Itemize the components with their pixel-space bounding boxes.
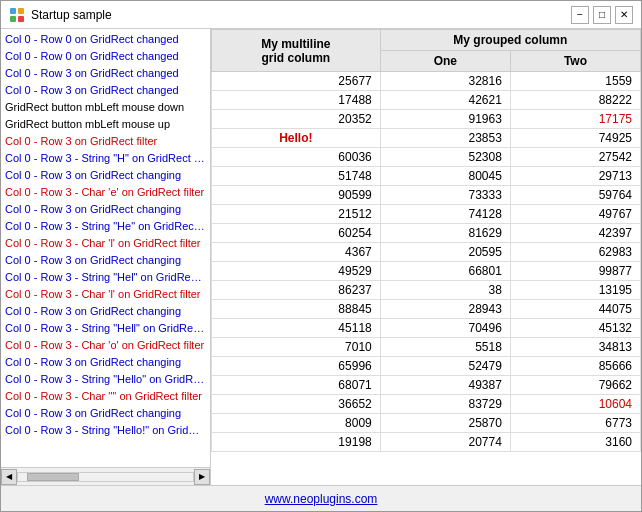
table-row[interactable]: 174884262188222 <box>212 91 641 110</box>
log-item: Col 0 - Row 3 - String "Hello" on GridRe… <box>1 371 210 388</box>
table-row[interactable]: 659965247985666 <box>212 357 641 376</box>
grid-cell: 44075 <box>510 300 640 319</box>
col-header-multiline: My multilinegrid column <box>212 30 381 72</box>
col-header-grouped: My grouped column <box>380 30 640 51</box>
title-bar-controls: − □ ✕ <box>571 6 633 24</box>
grid-cell: 49387 <box>380 376 510 395</box>
log-scroll-right[interactable]: ▶ <box>194 469 210 485</box>
log-item: Col 0 - Row 3 on GridRect changing <box>1 252 210 269</box>
svg-rect-1 <box>18 8 24 14</box>
footer: www.neoplugins.com <box>1 485 641 511</box>
table-row[interactable]: 517488004529713 <box>212 167 641 186</box>
grid-cell: 45132 <box>510 319 640 338</box>
grid-cell: 80045 <box>380 167 510 186</box>
table-row[interactable]: 366528372910604 <box>212 395 641 414</box>
col-header-two: Two <box>510 51 640 72</box>
table-row[interactable]: Hello!2385374925 <box>212 129 641 148</box>
log-hscrollbar: ◀ ▶ <box>1 467 210 485</box>
grid-cell: 29713 <box>510 167 640 186</box>
table-row[interactable]: 451187049645132 <box>212 319 641 338</box>
grid-cell: 45118 <box>212 319 381 338</box>
log-item: Col 0 - Row 3 on GridRect changing <box>1 405 210 422</box>
log-item: GridRect button mbLeft mouse up <box>1 116 210 133</box>
grid-cell: 4367 <box>212 243 381 262</box>
grid-cell: 17488 <box>212 91 381 110</box>
log-scroll-track[interactable] <box>17 472 194 482</box>
grid-panel: My multilinegrid column My grouped colum… <box>211 29 641 485</box>
footer-link[interactable]: www.neoplugins.com <box>265 492 378 506</box>
table-row[interactable]: 25677328161559 <box>212 72 641 91</box>
grid-cell: 81629 <box>380 224 510 243</box>
grid-cell: 23853 <box>380 129 510 148</box>
main-window: Startup sample − □ ✕ Col 0 - Row 0 on Gr… <box>0 0 642 512</box>
log-panel: Col 0 - Row 0 on GridRect changedCol 0 -… <box>1 29 211 485</box>
table-row[interactable]: 8009258706773 <box>212 414 641 433</box>
grid-cell: 65996 <box>212 357 381 376</box>
log-item: Col 0 - Row 3 on GridRect changing <box>1 303 210 320</box>
log-item: Col 0 - Row 3 - String "Hell" on GridRec… <box>1 320 210 337</box>
grid-cell: 52308 <box>380 148 510 167</box>
table-row[interactable]: 215127412849767 <box>212 205 641 224</box>
grid-cell: 5518 <box>380 338 510 357</box>
maximize-button[interactable]: □ <box>593 6 611 24</box>
table-row[interactable]: 600365230827542 <box>212 148 641 167</box>
grid-table-wrapper[interactable]: My multilinegrid column My grouped colum… <box>211 29 641 485</box>
grid-cell: 34813 <box>510 338 640 357</box>
svg-rect-2 <box>10 16 16 22</box>
grid-cell: 68071 <box>212 376 381 395</box>
title-bar-left: Startup sample <box>9 7 112 23</box>
grid-cell: 90599 <box>212 186 381 205</box>
log-item: Col 0 - Row 3 - String "Hello!" on GridR… <box>1 422 210 439</box>
log-item: Col 0 - Row 0 on GridRect changed <box>1 48 210 65</box>
log-scroll-left[interactable]: ◀ <box>1 469 17 485</box>
grid-cell: Hello! <box>212 129 381 148</box>
log-item: Col 0 - Row 3 - String "H" on GridRect c… <box>1 150 210 167</box>
grid-cell: 51748 <box>212 167 381 186</box>
grid-cell: 21512 <box>212 205 381 224</box>
window-title: Startup sample <box>31 8 112 22</box>
grid-cell: 86237 <box>212 281 381 300</box>
table-row[interactable]: 602548162942397 <box>212 224 641 243</box>
table-row[interactable]: 888452894344075 <box>212 300 641 319</box>
grid-cell: 25677 <box>212 72 381 91</box>
log-item: Col 0 - Row 3 - Char 'l' on GridRect fil… <box>1 286 210 303</box>
log-item: Col 0 - Row 3 on GridRect changing <box>1 354 210 371</box>
grid-cell: 10604 <box>510 395 640 414</box>
table-row[interactable]: 7010551834813 <box>212 338 641 357</box>
table-row[interactable]: 19198207743160 <box>212 433 641 452</box>
log-item: Col 0 - Row 3 - Char 'e' on GridRect fil… <box>1 184 210 201</box>
minimize-button[interactable]: − <box>571 6 589 24</box>
grid-cell: 73333 <box>380 186 510 205</box>
grid-cell: 25870 <box>380 414 510 433</box>
col-header-one: One <box>380 51 510 72</box>
log-item: Col 0 - Row 3 on GridRect changing <box>1 201 210 218</box>
log-item: Col 0 - Row 3 on GridRect changing <box>1 167 210 184</box>
grid-cell: 60254 <box>212 224 381 243</box>
grid-cell: 79662 <box>510 376 640 395</box>
grid-cell: 49767 <box>510 205 640 224</box>
table-row[interactable]: 905997333359764 <box>212 186 641 205</box>
log-item: Col 0 - Row 3 on GridRect changed <box>1 82 210 99</box>
log-list[interactable]: Col 0 - Row 0 on GridRect changedCol 0 -… <box>1 29 210 467</box>
grid-cell: 27542 <box>510 148 640 167</box>
grid-cell: 66801 <box>380 262 510 281</box>
grid-cell: 38 <box>380 281 510 300</box>
table-row[interactable]: 495296680199877 <box>212 262 641 281</box>
grid-cell: 99877 <box>510 262 640 281</box>
table-row[interactable]: 43672059562983 <box>212 243 641 262</box>
grid-cell: 42621 <box>380 91 510 110</box>
log-item: Col 0 - Row 3 - Char 'o' on GridRect fil… <box>1 337 210 354</box>
table-row[interactable]: 203529196317175 <box>212 110 641 129</box>
grid-cell: 3160 <box>510 433 640 452</box>
grid-cell: 20774 <box>380 433 510 452</box>
close-button[interactable]: ✕ <box>615 6 633 24</box>
app-icon <box>9 7 25 23</box>
log-item: Col 0 - Row 3 - String "Hel" on GridRect… <box>1 269 210 286</box>
main-content: Col 0 - Row 0 on GridRect changedCol 0 -… <box>1 29 641 485</box>
log-item: Col 0 - Row 0 on GridRect changed <box>1 31 210 48</box>
grid-cell: 88222 <box>510 91 640 110</box>
table-row[interactable]: 680714938779662 <box>212 376 641 395</box>
grid-cell: 6773 <box>510 414 640 433</box>
table-row[interactable]: 862373813195 <box>212 281 641 300</box>
log-scroll-thumb <box>27 473 80 481</box>
